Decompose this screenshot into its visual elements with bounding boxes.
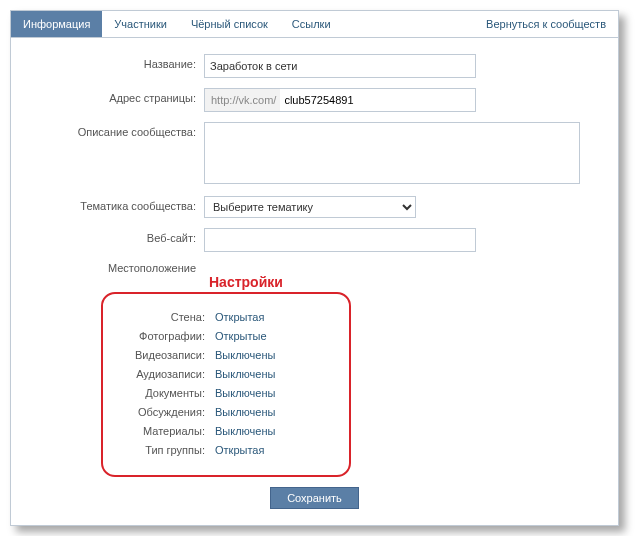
description-label: Описание сообщества: xyxy=(31,122,204,138)
settings-panel: Информация Участники Чёрный список Ссылк… xyxy=(10,10,619,526)
tab-links[interactable]: Ссылки xyxy=(280,11,343,37)
location-label: Местоположение xyxy=(31,262,204,274)
topic-label: Тематика сообщества: xyxy=(31,196,204,212)
website-input[interactable] xyxy=(204,228,476,252)
name-label: Название: xyxy=(31,54,204,70)
setting-materials-value[interactable]: Выключены xyxy=(215,425,275,437)
setting-videos-value[interactable]: Выключены xyxy=(215,349,275,361)
setting-photos-value[interactable]: Открытые xyxy=(215,330,267,342)
setting-docs-value[interactable]: Выключены xyxy=(215,387,275,399)
address-input[interactable] xyxy=(280,91,475,109)
tab-info[interactable]: Информация xyxy=(11,11,102,37)
tab-back-to-community[interactable]: Вернуться к сообществ xyxy=(474,11,618,37)
save-button[interactable]: Сохранить xyxy=(270,487,359,509)
setting-discussions-label: Обсуждения: xyxy=(117,406,215,418)
setting-materials-label: Материалы: xyxy=(117,425,215,437)
setting-docs-label: Документы: xyxy=(117,387,215,399)
address-label: Адрес страницы: xyxy=(31,88,204,104)
setting-group-type-value[interactable]: Открытая xyxy=(215,444,264,456)
setting-videos-label: Видеозаписи: xyxy=(117,349,215,361)
tab-bar: Информация Участники Чёрный список Ссылк… xyxy=(11,11,618,38)
setting-audio-value[interactable]: Выключены xyxy=(215,368,275,380)
setting-wall-value[interactable]: Открытая xyxy=(215,311,264,323)
address-prefix: http://vk.com/ xyxy=(205,89,280,111)
name-input[interactable] xyxy=(204,54,476,78)
settings-highlight-box: Настройки Стена: Открытая Фотографии: От… xyxy=(101,292,351,477)
description-input[interactable] xyxy=(204,122,580,184)
form-body: Название: Адрес страницы: http://vk.com/… xyxy=(11,38,618,525)
tab-blacklist[interactable]: Чёрный список xyxy=(179,11,280,37)
address-field: http://vk.com/ xyxy=(204,88,476,112)
setting-discussions-value[interactable]: Выключены xyxy=(215,406,275,418)
setting-photos-label: Фотографии: xyxy=(117,330,215,342)
topic-select[interactable]: Выберите тематику xyxy=(204,196,416,218)
tab-members[interactable]: Участники xyxy=(102,11,179,37)
setting-audio-label: Аудиозаписи: xyxy=(117,368,215,380)
setting-group-type-label: Тип группы: xyxy=(117,444,215,456)
setting-wall-label: Стена: xyxy=(117,311,215,323)
settings-title-annotation: Настройки xyxy=(207,274,285,290)
website-label: Веб-сайт: xyxy=(31,228,204,244)
